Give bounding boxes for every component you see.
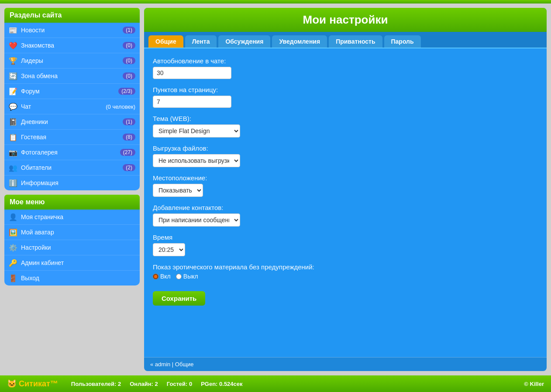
sidebar-item-icon: ℹ️ bbox=[9, 179, 17, 187]
sidebar-item[interactable]: 🖼️Мой аватар bbox=[4, 225, 140, 240]
footer: 🐱 Ситикат™Пользователей: 2Онлайн: 2Госте… bbox=[0, 375, 551, 392]
footer-guests_label: Гостей: 0 bbox=[167, 381, 192, 387]
erotic-on-radio[interactable] bbox=[153, 274, 158, 279]
sidebar-item-badge: (0) bbox=[123, 42, 135, 49]
sidebar-item[interactable]: 📋Гостевая(8) bbox=[4, 130, 140, 145]
field-group: Тема (WEB):Simple Flat DesignClassicDark bbox=[153, 115, 538, 138]
upload-select[interactable]: Не использовать выгрузкуИспользовать выг… bbox=[153, 154, 240, 167]
sidebar-item-icon: 👥 bbox=[9, 163, 17, 172]
items-per-page-input[interactable] bbox=[153, 96, 231, 108]
erotic-off-label[interactable]: Выкл bbox=[176, 273, 198, 280]
page-title: Мои настройки bbox=[144, 8, 547, 32]
erotic-field-group: Показ эротического материала без предупр… bbox=[153, 263, 538, 280]
tabs-bar: ОбщиеЛентаОбсужденияУведомленияПриватнос… bbox=[144, 32, 547, 48]
sidebar-item[interactable]: ℹ️Информация bbox=[4, 175, 140, 190]
sidebar-item-icon: 📷 bbox=[9, 148, 17, 157]
sidebar-item-icon: 🏆 bbox=[9, 56, 17, 65]
sidebar-item[interactable]: ❤️Знакомства(0) bbox=[4, 38, 140, 53]
sidebar-item-label: Обитатели bbox=[21, 164, 123, 171]
save-button[interactable]: Сохранить bbox=[153, 291, 205, 306]
sidebar-item-label: Мой аватар bbox=[21, 229, 135, 236]
footer-logo: 🐱 Ситикат™ bbox=[7, 379, 58, 389]
sidebar-item-label: Фотогалерея bbox=[21, 149, 120, 156]
sidebar-item-label: Форум bbox=[21, 88, 118, 95]
field-label: Добавление контактов: bbox=[153, 204, 538, 211]
sidebar-item-icon: 💬 bbox=[9, 102, 17, 111]
sidebar-item-label: Зона обмена bbox=[21, 72, 123, 79]
sidebar-item[interactable]: 📰Новости(1) bbox=[4, 23, 140, 38]
sidebar-items: 📰Новости(1)❤️Знакомства(0)🏆Лидеры(0)🔄Зон… bbox=[4, 23, 140, 190]
sidebar-item[interactable]: 👤Моя страничка bbox=[4, 210, 140, 225]
location-select[interactable]: ПоказыватьСкрывать bbox=[153, 184, 203, 197]
sidebar-item-badge: (2) bbox=[123, 164, 135, 171]
sidebar-item-label: Настройки bbox=[21, 244, 135, 251]
tab-обсуждения[interactable]: Обсуждения bbox=[218, 35, 270, 48]
breadcrumb: « admin | Общие bbox=[144, 357, 547, 371]
field-group: Время20:2520:3020:4521:00 bbox=[153, 234, 538, 256]
sidebar-item[interactable]: 📝Форум(2/3) bbox=[4, 84, 140, 99]
tab-уведомления[interactable]: Уведомления bbox=[272, 35, 327, 48]
top-bar bbox=[0, 0, 551, 3]
sidebar-item-icon: 🔑 bbox=[9, 258, 17, 267]
sidebar-item-badge: (1) bbox=[123, 118, 135, 125]
sidebar-item[interactable]: 🚪Выход bbox=[4, 271, 140, 285]
sidebar-item-label: Гостевая bbox=[21, 134, 123, 141]
sidebar-item-icon: 🖼️ bbox=[9, 228, 17, 237]
time-select[interactable]: 20:2520:3020:4521:00 bbox=[153, 243, 185, 256]
sidebar-item-label: Информация bbox=[21, 179, 135, 186]
field-label: Пунктов на страницу: bbox=[153, 86, 538, 93]
field-label: Время bbox=[153, 234, 538, 241]
sidebar-section: Мое меню👤Моя страничка🖼️Мой аватар⚙️Наст… bbox=[4, 195, 140, 285]
sidebar-item[interactable]: 📓Дневники(1) bbox=[4, 114, 140, 130]
erotic-off-radio[interactable] bbox=[176, 274, 182, 279]
sidebar-item-icon: 📋 bbox=[9, 133, 17, 141]
field-label: Местоположение: bbox=[153, 174, 538, 182]
sidebar-item-icon: 📰 bbox=[9, 26, 17, 34]
sidebar-section-title: Мое меню bbox=[4, 195, 140, 210]
tab-общие[interactable]: Общие bbox=[148, 35, 183, 48]
sidebar-item-label: Выход bbox=[21, 275, 135, 282]
tab-приватность[interactable]: Приватность bbox=[329, 35, 382, 48]
sidebar-item-label: Новости bbox=[21, 27, 123, 34]
sidebar-item-label: Админ кабинет bbox=[21, 259, 135, 266]
sidebar-item[interactable]: 🔑Админ кабинет bbox=[4, 255, 140, 271]
sidebar-item-label: Лидеры bbox=[21, 57, 123, 64]
sidebar-item-icon: 🔄 bbox=[9, 72, 17, 80]
content-body: Автообновление в чате:Пунктов на страниц… bbox=[144, 48, 547, 357]
contacts-select[interactable]: При написании сообщенияВсегдаНикогда bbox=[153, 213, 240, 227]
autoupdate-input[interactable] bbox=[153, 67, 231, 79]
sidebar-item-badge: (8) bbox=[123, 134, 135, 141]
sidebar-item-badge: (2/3) bbox=[118, 88, 135, 95]
sidebar-item-icon: 🚪 bbox=[9, 274, 17, 282]
sidebar-section: Разделы сайта📰Новости(1)❤️Знакомства(0)🏆… bbox=[4, 8, 140, 190]
field-group: Автообновление в чате: bbox=[153, 57, 538, 79]
sidebar-item-badge: (0) bbox=[123, 72, 135, 79]
erotic-on-label[interactable]: Вкл bbox=[153, 273, 171, 280]
sidebar-item-label: Чат bbox=[21, 103, 106, 110]
sidebar-section-title: Разделы сайта bbox=[4, 8, 140, 23]
sidebar-item-icon: ⚙️ bbox=[9, 243, 17, 252]
tab-лента[interactable]: Лента bbox=[185, 35, 217, 48]
field-label: Автообновление в чате: bbox=[153, 57, 538, 65]
sidebar-item-badge: (0 человек) bbox=[106, 103, 135, 110]
erotic-label: Показ эротического материала без предупр… bbox=[153, 263, 538, 271]
sidebar-item[interactable]: ⚙️Настройки bbox=[4, 240, 140, 255]
footer-pgen_label: PGen: 0.524сек bbox=[201, 381, 242, 387]
sidebar-item[interactable]: 💬Чат(0 человек) bbox=[4, 99, 140, 114]
footer-copyright: © Killer bbox=[524, 381, 544, 387]
tab-пароль[interactable]: Пароль bbox=[384, 35, 421, 48]
sidebar-item-icon: 📝 bbox=[9, 87, 17, 96]
theme-select[interactable]: Simple Flat DesignClassicDark bbox=[153, 124, 240, 138]
sidebar-item[interactable]: 🏆Лидеры(0) bbox=[4, 53, 140, 69]
field-group: Местоположение:ПоказыватьСкрывать bbox=[153, 174, 538, 197]
sidebar-item[interactable]: 📷Фотогалерея(27) bbox=[4, 145, 140, 160]
sidebar-item[interactable]: 👥Обитатели(2) bbox=[4, 160, 140, 175]
sidebar-item-icon: 👤 bbox=[9, 213, 17, 221]
footer-online_label: Онлайн: 2 bbox=[130, 381, 158, 387]
field-label: Тема (WEB): bbox=[153, 115, 538, 122]
erotic-radio-group: Вкл Выкл bbox=[153, 273, 538, 280]
footer-users_label: Пользователей: 2 bbox=[71, 381, 121, 387]
field-group: Добавление контактов:При написании сообщ… bbox=[153, 204, 538, 227]
sidebar-items: 👤Моя страничка🖼️Мой аватар⚙️Настройки🔑Ад… bbox=[4, 210, 140, 285]
sidebar-item[interactable]: 🔄Зона обмена(0) bbox=[4, 69, 140, 84]
